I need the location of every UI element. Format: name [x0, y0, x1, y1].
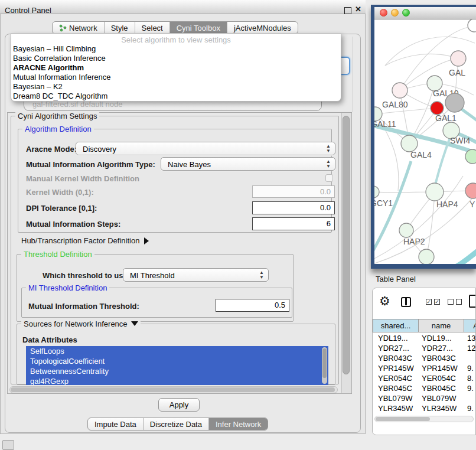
- network-node-gal1[interactable]: [431, 102, 444, 115]
- table-cell: YPR145W: [373, 363, 419, 373]
- deselect-all-checkbox-icon[interactable]: [448, 299, 454, 305]
- close-icon[interactable]: ✕: [355, 5, 361, 14]
- mi-type-combo[interactable]: Naive Bayes ▲▼: [161, 157, 335, 171]
- aracne-mode-value: Discovery: [83, 145, 116, 154]
- network-view-titlebar[interactable]: [374, 7, 476, 19]
- data-attributes-list: SelfLoopsTopologicalCoefficientBetweenne…: [26, 346, 328, 385]
- cyni-settings-group-title: Cyni Algorithm Settings: [15, 112, 99, 120]
- kernel-width-field[interactable]: 0.0: [252, 185, 335, 198]
- network-node-label: GAL11: [374, 119, 396, 129]
- network-node[interactable]: [465, 149, 476, 164]
- tab-network[interactable]: Network: [53, 22, 104, 34]
- algorithm-option[interactable]: Bayesian – K2: [13, 82, 63, 92]
- table-cell: YBL079W: [373, 393, 419, 403]
- table-cell: YPR145W: [419, 363, 464, 373]
- network-node-y[interactable]: [465, 183, 476, 198]
- table-panel-window: ⚙ ✓ ✓ shared...nameA YDL19...YDL19...13Y…: [372, 288, 476, 435]
- table-row[interactable]: YBR043CYBR043C: [373, 353, 476, 363]
- algorithm-option[interactable]: Mutual Information Inference: [13, 73, 110, 82]
- network-node-label: SWI4: [450, 136, 470, 145]
- settings-vscrollbar-thumb[interactable]: [343, 116, 350, 374]
- which-threshold-combo[interactable]: MI Threshold ▲▼: [123, 268, 269, 282]
- aracne-mode-combo[interactable]: Discovery ▲▼: [76, 142, 335, 155]
- hub-definition-expander[interactable]: Hub/Transcription Factor Definition: [21, 236, 149, 245]
- data-attribute-item[interactable]: gal4RGexp: [26, 376, 328, 385]
- aracne-mode-label: Aracne Mode:: [26, 145, 77, 154]
- table-cell: YDL19...: [419, 333, 464, 343]
- sources-group-title[interactable]: Sources for Network Inference: [21, 320, 141, 328]
- column-header[interactable]: shared...: [373, 319, 419, 332]
- close-traffic-light[interactable]: [380, 9, 387, 17]
- network-graph: GALGAL80GAL10GAL1GAL11SWI4GAL4GCY1HAP4YH…: [374, 19, 476, 264]
- table-cell: YBR043C: [419, 353, 464, 363]
- zoom-traffic-light[interactable]: [402, 9, 410, 17]
- table-row[interactable]: YPR145WYPR145W9.: [373, 363, 476, 373]
- table-row[interactable]: YBR045CYBR045C9.: [373, 383, 476, 393]
- tab-discretize-data[interactable]: Discretize Data: [143, 418, 208, 430]
- table-cell: YER054C: [373, 373, 419, 383]
- dpi-tolerance-field[interactable]: 0.0: [252, 201, 335, 214]
- tab-cyni-toolbox[interactable]: Cyni Toolbox: [169, 22, 227, 34]
- data-attribute-item[interactable]: SelfLoops: [26, 346, 328, 356]
- network-canvas[interactable]: GALGAL80GAL10GAL1GAL11SWI4GAL4GCY1HAP4YH…: [374, 19, 476, 264]
- table-row[interactable]: YDL19...YDL19...13: [373, 333, 476, 343]
- table-cell: YBL079W: [419, 393, 464, 403]
- network-node-hap4[interactable]: [426, 183, 444, 201]
- select-all-checkbox-icon[interactable]: ✓: [426, 299, 432, 305]
- network-node-gal4[interactable]: [401, 135, 418, 152]
- apply-button[interactable]: Apply: [158, 398, 200, 412]
- table-cell: YDR27...: [419, 343, 464, 353]
- data-attributes-label: Data Attributes: [22, 335, 77, 344]
- control-panel-title: Control Panel: [5, 6, 51, 15]
- network-edge: [385, 54, 458, 66]
- network-edge: [374, 176, 463, 260]
- table-cell: YDR27...: [373, 343, 419, 353]
- show-columns-icon[interactable]: [401, 297, 411, 307]
- tab-style[interactable]: Style: [104, 22, 135, 34]
- algorithm-option[interactable]: ARACNE Algorithm: [13, 63, 84, 73]
- column-header[interactable]: A: [464, 319, 476, 332]
- tab-select[interactable]: Select: [135, 22, 169, 34]
- tab-impute-data[interactable]: Impute Data: [88, 418, 143, 430]
- algorithm-option[interactable]: Dream8 DC_TDC Algorithm: [13, 92, 107, 101]
- data-attribute-item[interactable]: BetweennessCentrality: [26, 366, 328, 376]
- manual-kernel-checkbox[interactable]: [325, 174, 333, 182]
- mi-threshold-field[interactable]: 0.5: [216, 299, 289, 312]
- float-window-icon[interactable]: [344, 7, 351, 14]
- network-node-hap2[interactable]: [399, 223, 413, 237]
- network-node[interactable]: [419, 249, 434, 264]
- hub-definition-label: Hub/Transcription Factor Definition: [21, 236, 139, 245]
- attributes-scrollbar-thumb[interactable]: [322, 348, 327, 378]
- table-row[interactable]: YLR345WYLR345W9.: [373, 403, 476, 413]
- network-node-gal[interactable]: [451, 51, 466, 66]
- minimized-panel-icon[interactable]: [2, 440, 14, 450]
- data-attribute-item[interactable]: TopologicalCoefficient: [26, 356, 328, 366]
- algorithm-option[interactable]: Bayesian – Hill Climbing: [13, 44, 96, 54]
- tab-infer-network[interactable]: Infer Network: [208, 418, 268, 430]
- network-node[interactable]: [445, 93, 464, 112]
- combo-spinner-icon: ▲▼: [326, 159, 331, 169]
- network-node-gcy1[interactable]: [374, 186, 379, 198]
- minimize-traffic-light[interactable]: [391, 9, 399, 17]
- tab-jactivemnodules[interactable]: jActiveMNodules: [227, 22, 298, 34]
- export-table-icon[interactable]: [469, 295, 476, 308]
- mi-steps-field[interactable]: 6: [252, 217, 335, 230]
- gear-icon[interactable]: ⚙: [379, 294, 390, 308]
- tab-label: Network: [69, 24, 97, 32]
- table-row[interactable]: YDR27...YDR27...12: [373, 343, 476, 353]
- algorithm-option[interactable]: Basic Correlation Inference: [13, 54, 106, 63]
- group-border-line: [353, 37, 353, 112]
- table-cell: YLR345W: [419, 403, 464, 413]
- table-cell: 13: [464, 333, 476, 343]
- column-header[interactable]: name: [419, 319, 464, 332]
- algorithm-dropdown-placeholder: Select algorithm to view settings: [11, 35, 341, 44]
- network-node-gal80[interactable]: [392, 83, 407, 98]
- combo-spinner-icon: ▲▼: [326, 144, 331, 154]
- table-row[interactable]: YER054CYER054C8.: [373, 373, 476, 383]
- deselect-all-checkbox-icon[interactable]: [456, 299, 462, 305]
- network-node[interactable]: [468, 19, 476, 32]
- settings-hscrollbar-thumb[interactable]: [11, 387, 335, 392]
- table-hscrollbar-thumb[interactable]: [376, 417, 430, 421]
- table-row[interactable]: YBL079WYBL079W: [373, 393, 476, 403]
- select-all-checkbox-icon[interactable]: ✓: [434, 299, 440, 305]
